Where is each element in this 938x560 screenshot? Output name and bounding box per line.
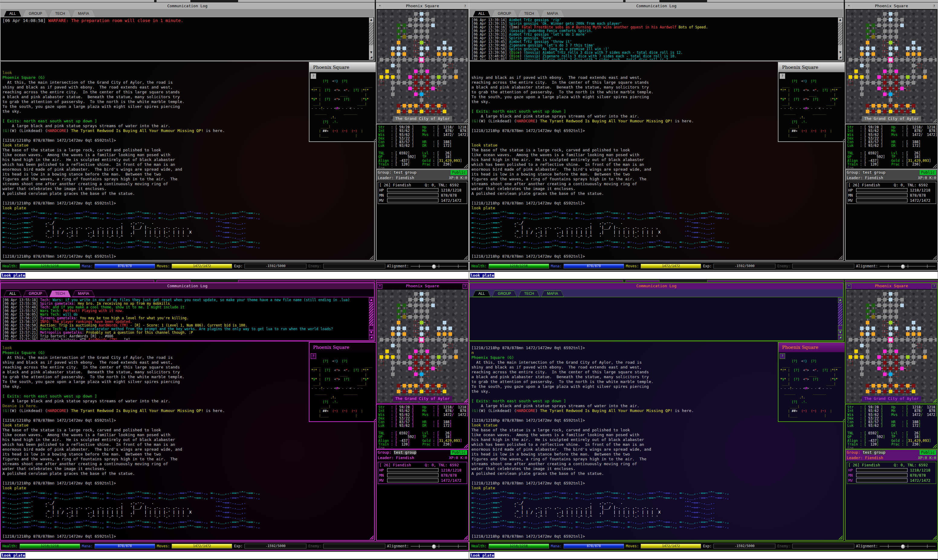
text-segment: ' | . ,-. ,-. ,-. ,-. ,-. ,-| '|__/ |-. … xyxy=(505,225,682,229)
scroll-box[interactable] xyxy=(838,45,843,50)
scroll-up-arrow[interactable]: ▲ xyxy=(838,17,843,22)
scroll-down-arrow[interactable]: ▼ xyxy=(369,330,374,335)
tab-all[interactable]: ALL xyxy=(473,291,490,297)
scroll-down-arrow[interactable]: ▼ xyxy=(838,50,843,55)
comm-log-content[interactable]: [06 Apr 13:55:18] Tech: Wars: if you wri… xyxy=(1,297,369,340)
help-icon[interactable]: ? xyxy=(779,354,785,359)
map-link xyxy=(913,50,913,52)
enemy-label: Enemy: xyxy=(777,544,790,548)
map-current-room xyxy=(419,57,424,63)
resize-grip-icon[interactable] xyxy=(932,535,937,540)
scroll-down-arrow[interactable]: ▼ xyxy=(838,330,843,335)
comm-log-window: Communication LogALLGROUPTECHMAFIA[06 Ap… xyxy=(469,2,844,61)
tab-all[interactable]: ALL xyxy=(4,11,22,17)
map-link xyxy=(398,56,399,58)
tab-mafia[interactable]: MAFIA xyxy=(72,11,95,17)
map-link xyxy=(881,88,883,89)
alignment-slider[interactable] xyxy=(411,544,467,549)
map-link xyxy=(398,73,399,75)
scroll-track[interactable] xyxy=(838,302,843,325)
scroll-down-arrow[interactable]: ▼ xyxy=(369,50,374,55)
alignment-slider[interactable] xyxy=(879,264,936,269)
scroll-resize-grip[interactable]: ◢ xyxy=(369,335,374,340)
map-room xyxy=(391,355,395,359)
slider-knob-icon[interactable] xyxy=(901,264,905,269)
scrollbar[interactable]: ▲▼◢ xyxy=(838,297,843,340)
alignment-slider[interactable] xyxy=(879,544,936,549)
scroll-track[interactable] xyxy=(369,302,374,325)
resize-grip-icon[interactable] xyxy=(463,535,468,540)
map-menu-button[interactable]: * xyxy=(846,4,851,9)
tab-tech[interactable]: TECH xyxy=(518,291,540,297)
comm-log-content[interactable]: [06 Apr 13:39:14] Aimbot TrEz gossips 'r… xyxy=(470,17,838,60)
tab-mafia[interactable]: MAFIA xyxy=(72,291,95,297)
map-help-button[interactable]: ? xyxy=(463,284,467,289)
text-segment: =-.,__,.-==~' xyxy=(2,230,35,234)
map-menu-button[interactable]: * xyxy=(846,284,851,289)
map-menu-button[interactable]: * xyxy=(377,4,382,9)
scroll-resize-grip[interactable]: ◢ xyxy=(369,55,374,60)
alignment-slider[interactable] xyxy=(411,264,467,269)
scroll-track[interactable] xyxy=(838,22,843,45)
tab-all[interactable]: ALL xyxy=(473,11,490,17)
scroll-track[interactable] xyxy=(369,22,374,45)
resize-grip-icon[interactable] xyxy=(932,255,937,260)
scroll-box[interactable] xyxy=(838,325,843,330)
ascii-map-title-bar[interactable]: Phoenix Square xyxy=(310,343,378,352)
ascii-map-title-bar[interactable]: Phoenix Square xyxy=(310,63,378,72)
scrollbar[interactable]: ▲▼◢ xyxy=(838,17,843,60)
ascii-map-title-bar[interactable]: Phoenix Square xyxy=(778,343,847,352)
text-segment: look plate xyxy=(471,206,495,210)
scrollbar[interactable]: ▲▼◢ xyxy=(369,17,374,60)
command-input[interactable]: look plate xyxy=(0,271,469,279)
command-input[interactable]: look plate xyxy=(469,551,938,559)
scroll-up-arrow[interactable]: ▲ xyxy=(369,17,374,22)
help-icon[interactable]: ? xyxy=(311,74,316,79)
map-room xyxy=(912,46,915,50)
room-map-title-bar[interactable]: Phoenix Square xyxy=(377,283,468,289)
command-input[interactable]: look plate xyxy=(469,271,938,279)
slider-knob-icon[interactable] xyxy=(432,264,436,269)
tab-group[interactable]: GROUP xyxy=(23,11,48,17)
resize-grip-icon[interactable] xyxy=(463,255,468,260)
ascii-map-title-bar[interactable]: Phoenix Square xyxy=(778,63,847,72)
map-help-button[interactable]: ? xyxy=(932,4,936,9)
tab-mafia[interactable]: MAFIA xyxy=(541,11,564,17)
help-icon[interactable]: ? xyxy=(311,354,316,359)
tab-group[interactable]: GROUP xyxy=(492,291,517,297)
scroll-resize-grip[interactable]: ◢ xyxy=(838,335,843,340)
comm-log-content[interactable]: [06 Apr 14:08:58] WARFARE: The preparati… xyxy=(1,17,369,60)
tab-group[interactable]: GROUP xyxy=(23,291,48,297)
tab-all[interactable]: ALL xyxy=(4,291,22,297)
text-segment: =-.,__,.-==~'^'~==-., xyxy=(54,211,106,215)
tab-group[interactable]: GROUP xyxy=(492,11,517,17)
slider-knob-icon[interactable] xyxy=(901,544,905,549)
room-map-title-bar[interactable]: Phoenix Square xyxy=(846,283,937,289)
health-bar: 1218/1218 xyxy=(20,544,80,549)
tab-mafia[interactable]: MAFIA xyxy=(541,291,564,297)
comm-log-title-bar[interactable]: Communication Log xyxy=(470,3,843,9)
help-icon[interactable]: ? xyxy=(779,74,785,79)
scrollbar[interactable]: ▲▼◢ xyxy=(369,297,374,340)
tab-tech[interactable]: TECH xyxy=(49,291,71,297)
room-map-title-bar[interactable]: Phoenix Square xyxy=(377,3,468,9)
slider-knob-icon[interactable] xyxy=(432,544,436,549)
comm-log-title-bar[interactable]: Communication Log xyxy=(470,283,843,289)
scroll-up-arrow[interactable]: ▲ xyxy=(838,297,843,302)
command-input[interactable]: look plate xyxy=(0,551,469,559)
map-help-button[interactable]: ? xyxy=(932,284,936,289)
map-help-button[interactable]: ? xyxy=(463,4,467,9)
map-menu-button[interactable]: * xyxy=(377,284,382,289)
scroll-up-arrow[interactable]: ▲ xyxy=(369,297,374,302)
comm-log-title-bar[interactable]: Communication Log xyxy=(1,283,374,289)
scroll-box[interactable] xyxy=(369,45,374,50)
text-segment: =-.,__,.-==~'^'~==-., xyxy=(680,491,732,495)
tab-tech[interactable]: TECH xyxy=(49,11,71,17)
room-map-title-bar[interactable]: Phoenix Square xyxy=(846,3,937,9)
scroll-box[interactable] xyxy=(369,325,374,330)
comm-log-content[interactable] xyxy=(470,297,838,340)
text-segment: =-.,__,.-==~'^'~==-., xyxy=(680,520,732,524)
tab-tech[interactable]: TECH xyxy=(518,11,540,17)
comm-log-title-bar[interactable]: Communication Log xyxy=(1,3,374,9)
scroll-resize-grip[interactable]: ◢ xyxy=(838,55,843,60)
